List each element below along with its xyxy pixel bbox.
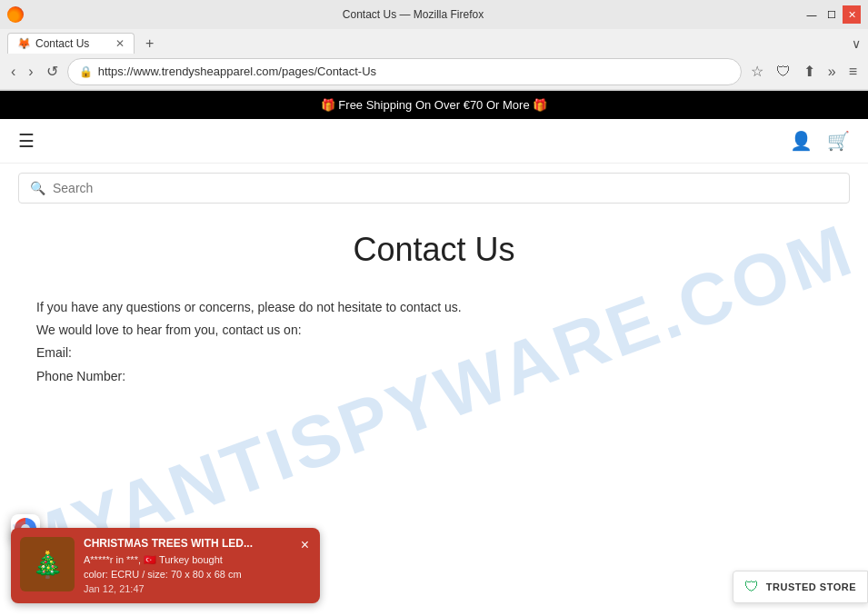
maximize-button[interactable]: ☐ [823,5,841,24]
forward-button[interactable]: › [25,60,36,84]
site-content: 🎁 Free Shipping On Over €70 Or More 🎁 ☰ … [0,91,868,589]
promo-text: 🎁 Free Shipping On Over €70 Or More 🎁 [321,98,547,112]
contact-line2: We would love to hear from you, contact … [36,319,832,342]
close-button[interactable]: ✕ [843,5,861,24]
security-icon: 🔒 [79,65,93,78]
trusted-store-label: TRUSTED STORE [766,581,856,592]
header-icons: 👤 🛒 [790,130,850,152]
tab-favicon-icon: 🦊 [17,37,30,50]
search-input[interactable] [53,181,838,195]
extensions-button[interactable]: » [824,60,840,84]
tab-bar: 🦊 Contact Us ✕ + ∨ [0,29,868,54]
page-main: Contact Us If you have any questions or … [0,213,868,406]
notification-content: CHRISTMAS TREES WITH LED... A*****r in *… [84,537,290,594]
share-button[interactable]: ⬆ [800,59,819,84]
firefox-logo-icon [7,6,24,23]
notification-time: Jan 12, 21:47 [84,583,290,594]
account-button[interactable]: 👤 [790,130,813,152]
notification-popup: 🎄 CHRISTMAS TREES WITH LED... A*****r in… [11,528,320,603]
trusted-store-badge[interactable]: 🛡 TRUSTED STORE [733,571,868,603]
notification-title: CHRISTMAS TREES WITH LED... [84,537,290,550]
notification-detail: color: ECRU / size: 70 x 80 x 68 cm [84,569,242,580]
search-icon: 🔍 [30,181,45,195]
trusted-store-shield-icon: 🛡 [744,579,761,595]
address-security-icons: 🔒 [79,65,93,78]
search-input-wrapper[interactable]: 🔍 [18,173,850,204]
email-label: Email: [36,342,832,364]
phone-label: Phone Number: [36,365,832,388]
menu-button[interactable]: ≡ [845,60,861,84]
cart-button[interactable]: 🛒 [827,130,850,152]
title-bar: Contact Us — Mozilla Firefox — ☐ ✕ [0,0,868,29]
notification-description: A*****r in ***, 🇹🇷 Turkey bought color: … [84,553,290,581]
reload-button[interactable]: ↺ [43,59,62,84]
firefox-logo-area [7,6,24,23]
url-display: https://www.trendysheapparel.com/pages/C… [98,65,724,78]
notification-flag: 🇹🇷 [144,554,156,565]
notification-buyer: A*****r in ***, [84,554,141,565]
back-button[interactable]: ‹ [7,60,19,84]
window-controls: — ☐ ✕ [803,5,861,24]
shield-button[interactable]: 🛡 [773,60,794,84]
site-header: ☰ 👤 🛒 [0,119,868,164]
promo-bar: 🎁 Free Shipping On Over €70 Or More 🎁 [0,91,868,119]
tab-close-button[interactable]: ✕ [115,37,125,50]
notification-product-icon: 🎄 [32,550,64,580]
hamburger-menu-button[interactable]: ☰ [18,130,35,152]
notification-country: Turkey [159,554,189,565]
page-title: Contact Us [36,231,832,269]
active-tab[interactable]: 🦊 Contact Us ✕ [7,33,135,54]
contact-line1: If you have any questions or concerns, p… [36,296,832,319]
minimize-button[interactable]: — [803,5,821,24]
new-tab-button[interactable]: + [138,34,161,54]
contact-body: If you have any questions or concerns, p… [36,296,832,388]
notification-close-button[interactable]: × [299,537,311,553]
browser-chrome: Contact Us — Mozilla Firefox — ☐ ✕ 🦊 Con… [0,0,868,91]
window-title: Contact Us — Mozilla Firefox [24,8,803,21]
notification-image: 🎄 [20,537,75,591]
nav-bar: ‹ › ↺ 🔒 https://www.trendysheapparel.com… [0,54,868,90]
tab-list-button[interactable]: ∨ [852,36,861,51]
address-bar[interactable]: 🔒 https://www.trendysheapparel.com/pages… [67,58,742,85]
search-bar: 🔍 [18,173,850,204]
bookmark-button[interactable]: ☆ [747,59,767,84]
notification-action: bought [192,554,223,565]
tab-label: Contact Us [35,37,110,50]
